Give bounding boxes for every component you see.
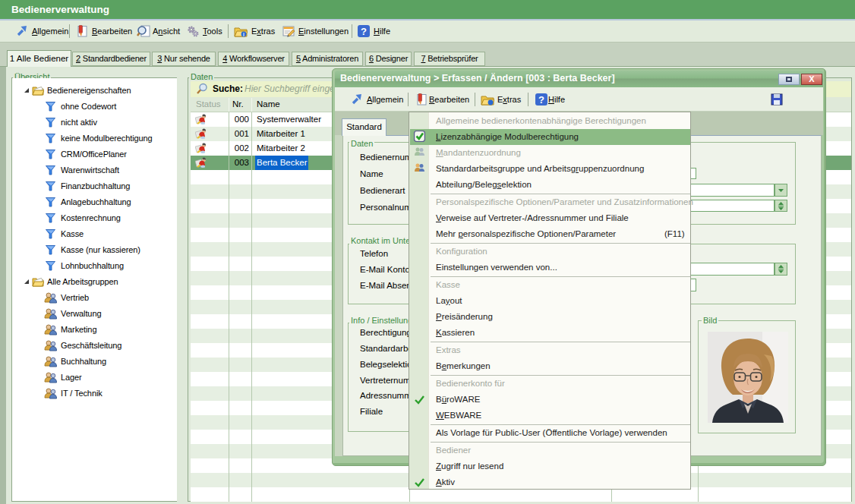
svg-text:i: i — [243, 32, 245, 37]
svg-text:?: ? — [538, 94, 544, 106]
svg-text:?: ? — [361, 26, 367, 37]
